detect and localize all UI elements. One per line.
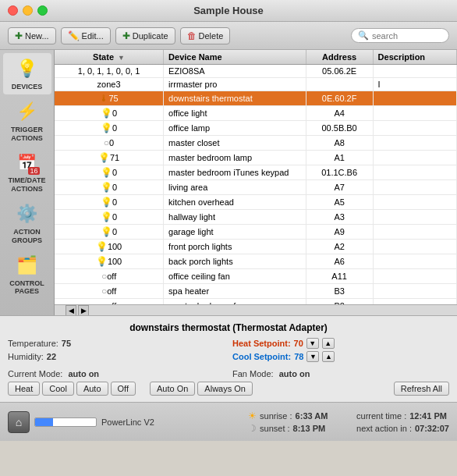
fan-mode-row: Fan Mode: auto on xyxy=(232,369,449,378)
cell-address: A6 xyxy=(306,254,373,269)
table-row[interactable]: ○off master bedroom fan B2 xyxy=(55,299,457,305)
sidebar-item-devices[interactable]: 💡 Devices xyxy=(3,53,51,94)
off-button[interactable]: Off xyxy=(111,382,136,396)
table-row[interactable]: 1, 0, 1, 1, 0, 0, 1 EZIO8SA 05.06.2E xyxy=(55,65,457,78)
table-row[interactable]: 💡0 master bedroom iTunes keypad 01.1C.B6 xyxy=(55,165,457,180)
edit-button[interactable]: ✏️ Edit... xyxy=(61,27,111,44)
devices-label: Devices xyxy=(12,83,43,91)
table-row[interactable]: 💡100 front porch lights A2 xyxy=(55,240,457,254)
cell-address: A7 xyxy=(306,180,373,195)
edit-icon: ✏️ xyxy=(68,30,80,41)
table-row[interactable]: 💡0 living area A7 xyxy=(55,180,457,195)
delete-button[interactable]: 🗑 Delete xyxy=(180,27,231,44)
cool-button[interactable]: Cool xyxy=(42,382,74,396)
table-row[interactable]: 💡0 kitchen overhead A5 xyxy=(55,195,457,210)
cell-device-name: garage light xyxy=(164,225,306,240)
controlpages-label: ControlPages xyxy=(9,279,44,297)
cell-description xyxy=(373,65,456,78)
bulb-icon: 💡 xyxy=(101,211,112,222)
search-input[interactable] xyxy=(372,31,442,41)
horizontal-scrollbar[interactable]: ◀ ▶ xyxy=(55,304,457,315)
timedate-icon: 📅 16 xyxy=(15,150,40,175)
table-row[interactable]: zone3 irrmaster pro I xyxy=(55,78,457,91)
humidity-label: Humidity: xyxy=(8,352,44,361)
close-button[interactable] xyxy=(8,5,18,16)
cool-setpoint-row: Cool Setpoint: 78 ▼ ▲ xyxy=(232,351,449,362)
table-row[interactable]: ○0 master closet A8 xyxy=(55,136,457,151)
cell-description xyxy=(373,180,456,195)
sidebar-item-trigger-actions[interactable]: ⚡ TriggerActions xyxy=(3,96,51,146)
refresh-all-button[interactable]: Refresh All xyxy=(394,382,449,396)
device-table: State ▼ Device Name Address Description … xyxy=(55,50,457,304)
cell-device-name: back porch lights xyxy=(164,254,306,269)
sidebar-item-action-groups[interactable]: ⚙️ ActionGroups xyxy=(3,198,51,248)
minimize-button[interactable] xyxy=(23,5,33,16)
duplicate-icon: ✚ xyxy=(122,30,130,41)
progress-fill xyxy=(35,418,53,426)
left-arrow[interactable]: ◀ xyxy=(66,305,76,316)
heat-button[interactable]: Heat xyxy=(8,382,40,396)
table-row[interactable]: 💡0 hallway light A3 xyxy=(55,210,457,225)
cell-state: 💡0 xyxy=(55,121,164,136)
new-button[interactable]: ✚ New... xyxy=(8,27,56,44)
cool-setpoint-down[interactable]: ▼ xyxy=(306,351,319,362)
detail-panel: downstairs thermostat (Thermostat Adapte… xyxy=(0,315,457,402)
cell-device-name: downstairs thermostat xyxy=(164,91,306,106)
cell-description xyxy=(373,91,456,106)
right-arrow[interactable]: ▶ xyxy=(78,305,89,316)
cell-address: B2 xyxy=(306,299,373,305)
sunset-icon: ☽ xyxy=(248,423,257,434)
sunset-label: sunset : xyxy=(260,424,290,433)
heat-setpoint-up[interactable]: ▲ xyxy=(322,338,335,349)
table-row[interactable]: 💡0 office lamp 00.5B.B0 xyxy=(55,121,457,136)
duplicate-button[interactable]: ✚ Duplicate xyxy=(115,27,175,44)
controlpages-icon: 🗂️ xyxy=(15,253,40,278)
nav-arrows: ◀ ▶ xyxy=(66,305,89,316)
cell-device-name: master bedroom iTunes keypad xyxy=(164,165,306,180)
search-box[interactable]: 🔍 xyxy=(351,28,449,43)
trigger-label: TriggerActions xyxy=(11,126,43,143)
actiongroups-icon: ⚙️ xyxy=(15,201,40,226)
cell-address: 0E.60.2F xyxy=(306,91,373,106)
bulb-icon: 💡 xyxy=(101,197,112,208)
fan-always-on-button[interactable]: Always On xyxy=(197,382,253,396)
table-row[interactable]: ○off spa heater B3 xyxy=(55,284,457,299)
cell-description xyxy=(373,151,456,165)
humidity-row: Humidity: 22 xyxy=(8,351,225,362)
table-row[interactable]: 💡0 garage light A9 xyxy=(55,225,457,240)
cool-setpoint-up[interactable]: ▲ xyxy=(322,351,335,362)
cell-description xyxy=(373,195,456,210)
col-description[interactable]: Description xyxy=(373,50,456,65)
col-device-name[interactable]: Device Name xyxy=(164,50,306,65)
cell-state: ○off xyxy=(55,269,164,284)
search-icon: 🔍 xyxy=(358,30,369,41)
temperature-value: 75 xyxy=(62,339,71,348)
status-right: ☀ sunrise : 6:33 AM current time : 12:41… xyxy=(248,410,449,434)
cell-device-name: EZIO8SA xyxy=(164,65,306,78)
cell-description xyxy=(373,269,456,284)
col-address[interactable]: Address xyxy=(306,50,373,65)
home-button[interactable]: ⌂ xyxy=(8,411,30,433)
cell-description xyxy=(373,136,456,151)
sidebar-item-time-date-actions[interactable]: 📅 16 Time/DateActions xyxy=(3,147,51,197)
table-row[interactable]: 💡0 office light A4 xyxy=(55,106,457,121)
heat-setpoint-down[interactable]: ▼ xyxy=(306,338,319,349)
table-row[interactable]: ○off office ceiling fan A11 xyxy=(55,269,457,284)
sunset-time: 8:13 PM xyxy=(293,424,326,433)
edit-label: Edit... xyxy=(82,31,104,41)
table-row[interactable]: 💡100 back porch lights A6 xyxy=(55,254,457,269)
auto-button[interactable]: Auto xyxy=(76,382,108,396)
bulb-on-icon: 💡 xyxy=(98,152,110,163)
table-scroll[interactable]: State ▼ Device Name Address Description … xyxy=(55,50,457,304)
col-state[interactable]: State ▼ xyxy=(55,50,164,65)
bulb-icon: 💡 xyxy=(101,226,112,237)
cell-state: ○off xyxy=(55,299,164,305)
table-row[interactable]: 💡71 master bedroom lamp A1 xyxy=(55,151,457,165)
bulb-icon: 💡 xyxy=(101,167,112,178)
temperature-label: Temperature: xyxy=(8,339,58,348)
maximize-button[interactable] xyxy=(37,5,48,16)
sidebar-item-control-pages[interactable]: 🗂️ ControlPages xyxy=(3,250,51,300)
table-row[interactable]: 🌡75 downstairs thermostat 0E.60.2F xyxy=(55,91,457,106)
fan-auto-on-button[interactable]: Auto On xyxy=(150,382,195,396)
cell-description xyxy=(373,165,456,180)
